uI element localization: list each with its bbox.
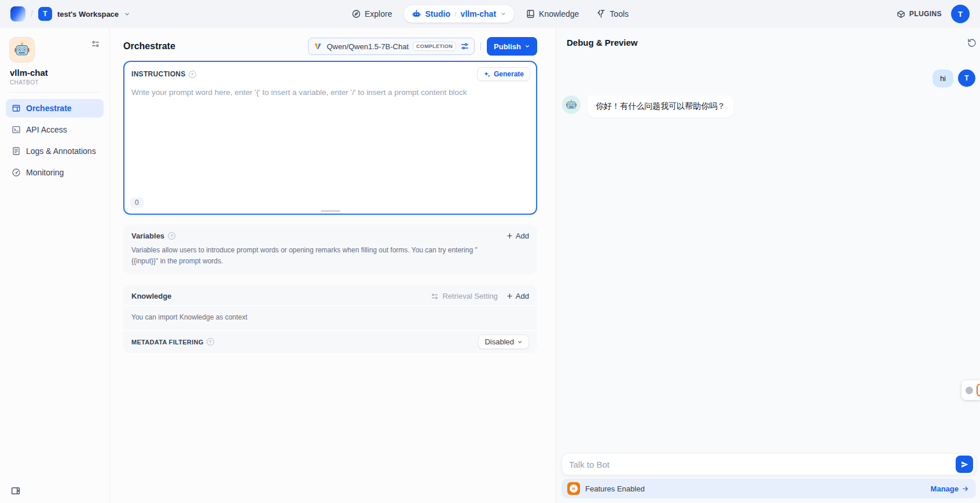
sidebar-divider <box>9 92 100 93</box>
explore-compass-icon <box>351 9 361 19</box>
send-message-button[interactable] <box>956 456 973 473</box>
user-chat-avatar: T <box>958 69 975 87</box>
variables-title: Variables <box>131 232 164 240</box>
sidebar-item-logs-annotations[interactable]: Logs & Annotations <box>6 142 104 160</box>
retrieval-setting-label: Retrieval Setting <box>442 292 497 300</box>
vllm-logo-icon <box>313 42 322 51</box>
metadata-filtering-select[interactable]: Disabled <box>478 335 529 349</box>
help-circle-icon[interactable]: ? <box>207 338 214 346</box>
logs-document-icon <box>12 146 21 156</box>
bot-message-row: 你好！有什么问题我可以帮助你吗？ <box>562 96 975 118</box>
sidebar-item-label: Monitoring <box>26 168 64 177</box>
extension-logo-icon[interactable]: D <box>977 384 980 396</box>
add-label: Add <box>516 232 529 240</box>
monitoring-gauge-icon <box>12 168 21 177</box>
app-operations-icon[interactable] <box>91 39 100 49</box>
studio-breadcrumb-slash: / <box>454 10 457 19</box>
resize-drag-handle[interactable] <box>321 210 340 212</box>
sidebar-item-api-access[interactable]: API Access <box>6 120 104 139</box>
chat-input-container <box>561 453 976 475</box>
talk-to-bot-input[interactable] <box>569 460 950 469</box>
plugins-button[interactable]: PLUGINS <box>897 10 942 19</box>
knowledge-header: Knowledge Retrieval Setting <box>123 285 537 305</box>
metadata-filtering-label: METADATA FILTERING <box>131 339 204 346</box>
instructions-header: INSTRUCTIONS ? Generate <box>124 62 536 83</box>
chevron-down-icon <box>524 43 530 49</box>
chevron-down-icon[interactable] <box>124 11 130 17</box>
add-variable-button[interactable]: Add <box>506 232 529 240</box>
sidebar-item-monitoring[interactable]: Monitoring <box>6 163 104 182</box>
char-count-badge: 0 <box>130 197 144 208</box>
manage-features-link[interactable]: Manage <box>931 484 969 493</box>
model-selector[interactable]: Qwen/Qwen1.5-7B-Chat COMPLETION <box>308 38 475 55</box>
retrieval-setting-button[interactable]: Retrieval Setting <box>431 292 497 300</box>
chat-message-area: hi T <box>556 53 980 453</box>
variables-title-row: Variables ? <box>131 232 175 240</box>
debug-header: Debug & Preview <box>556 28 980 53</box>
app-body: vllm-chat CHATBOT Orchestrate API Access <box>0 28 980 503</box>
debug-preview-panel: Debug & Preview hi T <box>556 28 980 503</box>
plugins-label: PLUGINS <box>909 10 942 18</box>
orchestrate-header: Orchestrate Qwen/Qwen1.5-7B-Chat COMPLET… <box>123 36 537 57</box>
breadcrumb-slash: / <box>31 9 33 19</box>
topbar-right-actions: PLUGINS T <box>897 5 970 23</box>
prompt-editor[interactable] <box>124 83 536 197</box>
bot-message-bubble: 你好！有什么问题我可以帮助你吗？ <box>588 96 733 118</box>
model-config-sliders-icon[interactable] <box>460 42 469 51</box>
sidebar-item-label: Orchestrate <box>26 104 72 113</box>
model-mode-badge: COMPLETION <box>413 42 456 51</box>
app-robot-avatar[interactable] <box>9 37 35 63</box>
sidebar-item-orchestrate[interactable]: Orchestrate <box>6 99 104 118</box>
help-circle-icon[interactable]: ? <box>168 232 175 240</box>
app-sidebar: vllm-chat CHATBOT Orchestrate API Access <box>0 28 110 503</box>
nav-knowledge-label: Knowledge <box>539 9 579 19</box>
quote-glyph: “ <box>570 484 578 493</box>
plus-icon <box>506 232 513 240</box>
features-left: “ Features Enabled <box>567 482 645 495</box>
workspace-breadcrumb: / T test's Workspace <box>10 6 130 21</box>
chat-input-area: “ Features Enabled Manage <box>556 453 980 503</box>
arrow-right-icon <box>961 485 969 493</box>
sidebar-item-label: API Access <box>26 125 67 134</box>
main-nav: Explore Studio / vllm-chat Knowledge <box>346 0 634 28</box>
restart-conversation-icon[interactable] <box>967 37 977 47</box>
features-citation-icon: “ <box>567 482 580 495</box>
nav-explore[interactable]: Explore <box>346 6 398 22</box>
terminal-icon <box>12 125 21 134</box>
knowledge-description: You can import Knowledge as context <box>123 305 537 330</box>
debug-title: Debug & Preview <box>567 38 638 47</box>
nav-studio-active-pill[interactable]: Studio / vllm-chat <box>403 5 514 23</box>
chevron-down-icon[interactable] <box>500 11 506 17</box>
user-message-bubble: hi <box>933 69 953 87</box>
variables-card: Variables ? Add Variables allow users to… <box>123 225 537 274</box>
generate-label: Generate <box>494 70 524 78</box>
user-message-row: hi T <box>562 69 975 87</box>
instructions-panel: INSTRUCTIONS ? Generate 0 <box>123 61 537 215</box>
collapse-sidebar-icon[interactable] <box>10 486 21 496</box>
nav-tools[interactable]: Tools <box>590 6 634 22</box>
app-identity <box>6 35 104 63</box>
knowledge-card: Knowledge Retrieval Setting <box>123 285 537 353</box>
floating-extension-widget[interactable]: D <box>961 380 980 400</box>
robot-emoji-icon <box>14 42 30 58</box>
variables-header: Variables ? Add <box>123 225 537 245</box>
drag-dot-icon <box>966 387 973 394</box>
header-divider <box>480 42 481 50</box>
robot-emoji-icon <box>566 99 577 111</box>
workspace-avatar[interactable]: T <box>38 7 52 21</box>
metadata-filtering-title-row: METADATA FILTERING ? <box>131 338 214 346</box>
nav-explore-label: Explore <box>365 9 392 19</box>
features-enabled-bar: “ Features Enabled Manage <box>561 479 976 498</box>
user-avatar[interactable]: T <box>951 5 970 23</box>
workspace-name[interactable]: test's Workspace <box>57 10 119 19</box>
model-name: Qwen/Qwen1.5-7B-Chat <box>326 42 409 51</box>
generate-button[interactable]: Generate <box>477 67 530 81</box>
knowledge-book-icon <box>526 9 535 19</box>
publish-button[interactable]: Publish <box>487 37 537 56</box>
app-type-badge: CHATBOT <box>6 78 104 92</box>
dify-logo[interactable] <box>10 6 25 21</box>
help-circle-icon[interactable]: ? <box>189 71 196 78</box>
add-knowledge-button[interactable]: Add <box>506 292 529 300</box>
studio-app-name: vllm-chat <box>461 9 496 19</box>
nav-knowledge[interactable]: Knowledge <box>520 6 585 22</box>
